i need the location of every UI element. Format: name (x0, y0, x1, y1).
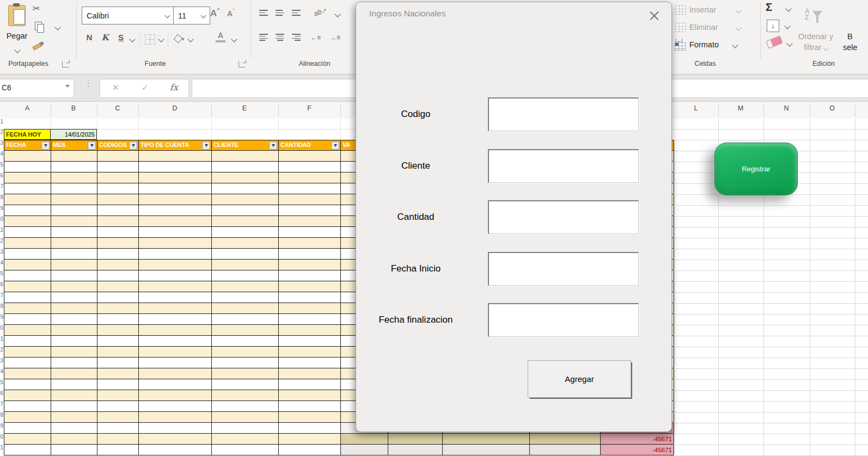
row-header-14[interactable]: 14 (0, 260, 4, 270)
table-cell[interactable] (51, 227, 97, 237)
insert-cells-button[interactable]: Insertar (689, 5, 716, 14)
table-cell[interactable] (139, 260, 212, 270)
chevron-down-icon[interactable] (732, 42, 738, 48)
delete-cells-button[interactable]: Eliminar (689, 23, 718, 32)
table-cell[interactable] (279, 183, 341, 194)
table-cell[interactable] (4, 162, 51, 172)
row-header-20[interactable]: 20 (0, 325, 4, 335)
table-cell[interactable] (4, 227, 51, 237)
table-cell[interactable] (279, 172, 341, 183)
table-cell[interactable] (139, 379, 212, 390)
name-box-chevron-icon[interactable] (65, 85, 70, 88)
table-cell[interactable] (51, 162, 97, 172)
table-cell[interactable] (139, 401, 212, 411)
column-header-m[interactable]: M (730, 104, 751, 112)
table-cell[interactable] (97, 336, 139, 346)
table-cell[interactable] (4, 270, 51, 281)
table-cell[interactable] (279, 281, 341, 292)
table-cell[interactable] (139, 445, 212, 455)
row-header-4[interactable]: 4 (0, 151, 4, 161)
table-cell[interactable] (139, 205, 212, 215)
table-cell[interactable] (530, 445, 601, 455)
table-cell[interactable] (51, 281, 97, 292)
today-label-cell[interactable]: FECHA HOY (4, 129, 51, 140)
align-middle-icon[interactable] (276, 10, 284, 16)
table-cell[interactable] (51, 249, 97, 259)
row-header-19[interactable]: 19 (0, 314, 4, 324)
table-cell[interactable] (139, 151, 212, 161)
table-cell[interactable] (279, 379, 341, 390)
table-cell[interactable] (139, 162, 212, 172)
table-cell[interactable] (279, 249, 341, 259)
chevron-down-icon[interactable] (231, 36, 237, 42)
table-cell[interactable] (341, 434, 388, 444)
table-cell[interactable] (139, 194, 212, 205)
table-cell[interactable] (51, 303, 97, 313)
column-header-a[interactable]: A (16, 104, 38, 112)
table-cell[interactable] (97, 292, 139, 303)
borders-icon[interactable] (145, 34, 155, 45)
table-cell[interactable] (212, 183, 279, 194)
font-size-combo[interactable]: 11 (173, 7, 210, 24)
table-cell[interactable] (279, 401, 341, 411)
table-cell[interactable] (4, 194, 51, 205)
table-header-cell[interactable]: CODIGOS (97, 140, 139, 151)
table-cell[interactable] (97, 401, 139, 411)
table-cell[interactable] (139, 238, 212, 248)
table-cell[interactable] (530, 434, 601, 444)
table-cell[interactable] (51, 336, 97, 346)
table-cell[interactable] (4, 205, 51, 215)
table-cell[interactable] (51, 347, 97, 357)
row-header-21[interactable]: 21 (0, 336, 4, 346)
table-cell[interactable] (97, 368, 139, 379)
table-cell[interactable] (139, 303, 212, 313)
table-cell[interactable] (212, 162, 279, 172)
table-cell[interactable] (139, 412, 212, 422)
table-cell[interactable] (97, 423, 139, 433)
table-cell[interactable] (279, 270, 341, 281)
registrar-shape-button[interactable]: Registrar (714, 143, 798, 195)
chevron-down-icon[interactable] (735, 7, 741, 13)
row-header-25[interactable]: 25 (0, 379, 4, 390)
chevron-down-icon[interactable] (165, 13, 170, 19)
table-cell[interactable] (4, 358, 51, 368)
table-cell[interactable] (279, 238, 341, 248)
table-cell[interactable] (279, 325, 341, 335)
table-cell[interactable] (279, 303, 341, 313)
table-cell[interactable] (279, 162, 341, 172)
clipboard-dialog-launcher-icon[interactable] (62, 61, 69, 67)
table-cell[interactable] (139, 336, 212, 346)
form-field-cantidad[interactable] (488, 200, 639, 234)
table-header-cell[interactable]: TIPO DE CUENTA (139, 140, 212, 151)
table-cell[interactable] (97, 194, 139, 205)
table-cell[interactable] (212, 379, 279, 390)
table-header-cell[interactable]: MES (51, 140, 97, 151)
form-field-fecha-inicio[interactable] (488, 252, 639, 286)
table-header-cell[interactable]: CANTIDAD (279, 140, 341, 151)
table-cell[interactable] (97, 412, 139, 422)
table-cell[interactable] (97, 227, 139, 237)
filter-button[interactable] (269, 141, 277, 150)
table-cell[interactable] (97, 260, 139, 270)
table-cell[interactable] (212, 434, 279, 444)
row-header-15[interactable]: 15 (0, 270, 4, 281)
table-cell[interactable] (97, 314, 139, 324)
agregar-button[interactable]: Agregar (528, 360, 631, 398)
row-header-9[interactable]: 9 (0, 205, 4, 215)
row-header-3[interactable]: 3 (0, 140, 4, 150)
table-cell[interactable] (51, 183, 97, 194)
table-cell[interactable] (97, 162, 139, 172)
table-cell[interactable] (97, 390, 139, 400)
font-color-icon[interactable]: A (216, 32, 225, 42)
autosum-icon[interactable]: Σ (766, 1, 772, 14)
row-header-16[interactable]: 16 (0, 281, 4, 292)
table-cell[interactable] (51, 260, 97, 270)
table-cell[interactable] (212, 238, 279, 248)
font-name-combo[interactable]: Calibri (82, 7, 174, 24)
table-cell[interactable] (51, 314, 97, 324)
table-cell[interactable] (51, 325, 97, 335)
column-header-d[interactable]: D (164, 104, 186, 112)
table-cell[interactable] (51, 379, 97, 390)
align-bottom-icon[interactable] (292, 10, 301, 16)
table-cell[interactable] (51, 401, 97, 411)
